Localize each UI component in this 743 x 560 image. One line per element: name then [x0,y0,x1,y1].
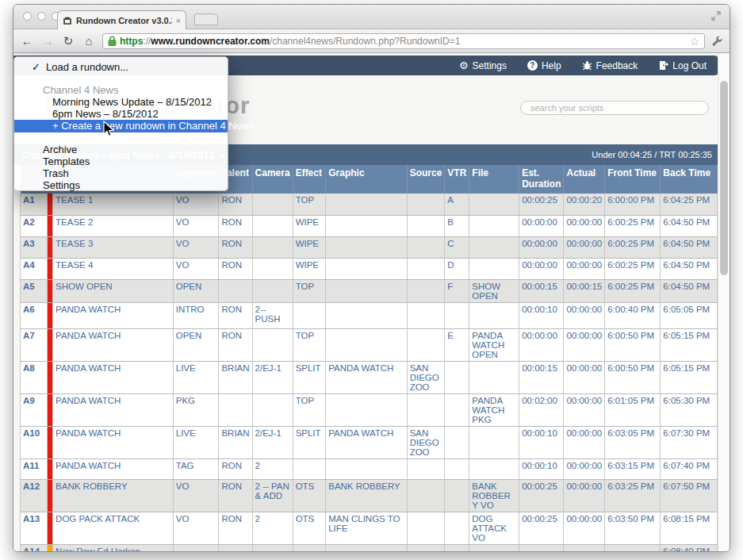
c-seg-cell[interactable]: LIVE [173,426,219,458]
c-front-cell[interactable]: 6:00:25 PM [605,236,661,258]
c-slug-cell[interactable]: PANDA WATCH [53,328,174,361]
c-back-cell[interactable]: 6:05:15 PM [661,361,718,393]
c-est-cell[interactable]: 00:00:25 [519,479,564,512]
c-seg-cell[interactable]: VO [173,194,219,215]
c-front-cell[interactable]: 6:00:40 PM [605,302,661,328]
forward-icon[interactable]: → [40,34,55,48]
c-vtr-cell[interactable]: D [445,258,469,279]
c-seg-cell[interactable]: VO [173,479,219,512]
c-graphic-cell[interactable] [326,258,407,279]
c-graphic-cell[interactable] [326,458,407,479]
c-source-cell[interactable] [407,479,445,512]
c-effect-cell[interactable]: SPLIT [293,426,326,458]
table-row[interactable]: A7PANDA WATCHOPENRONTOPEPANDA WATCH OPEN… [21,328,718,361]
page-number-cell[interactable]: A12 [21,479,48,512]
c-vtr-cell[interactable] [445,361,469,393]
column-header-11[interactable]: Est. Duration [519,165,564,194]
c-est-cell[interactable]: 00:00:25 [519,512,564,544]
c-talent-cell[interactable] [219,393,252,426]
c-slug-cell[interactable]: New Row Ed Harken [53,544,174,552]
scrollbar-track[interactable] [718,53,730,551]
c-camera-cell[interactable] [252,328,293,361]
column-header-14[interactable]: Back Time [661,165,718,194]
c-actual-cell[interactable]: 00:00:00 [564,458,605,479]
c-seg-cell[interactable]: OPEN [173,279,219,302]
c-talent-cell[interactable]: RON [219,328,252,361]
c-graphic-cell[interactable] [326,236,407,258]
table-row[interactable]: A2TEASE 2VORONWIPEB00:00:0000:00:006:00:… [21,215,718,236]
c-vtr-cell[interactable]: E [445,328,469,361]
c-actual-cell[interactable]: 00:00:00 [564,512,605,544]
c-actual-cell[interactable]: 00:00:00 [564,258,605,279]
c-camera-cell[interactable]: 2/EJ-1 [252,426,293,458]
c-est-cell[interactable]: 00:00:25 [519,194,564,215]
dropdown-item-create-new-rundown[interactable]: + Create a new rundown in Channel 4 News [14,120,228,132]
c-vtr-cell[interactable] [445,544,469,552]
c-vtr-cell[interactable] [445,479,469,512]
c-graphic-cell[interactable]: BANK ROBBERY [326,479,407,512]
c-actual-cell[interactable]: 00:00:00 [564,479,605,512]
c-graphic-cell[interactable]: PANDA WATCH [326,361,407,393]
c-actual-cell[interactable]: 00:00:00 [564,426,605,458]
help-nav-button[interactable]: ? Help [527,60,561,71]
c-back-cell[interactable]: 6:04:50 PM [661,279,718,302]
c-source-cell[interactable] [407,328,445,361]
page-number-cell[interactable]: A1 [21,194,48,215]
c-file-cell[interactable] [469,426,519,458]
c-actual-cell[interactable]: 00:00:20 [564,194,605,215]
c-front-cell[interactable]: 6:03:50 PM [605,512,661,544]
c-file-cell[interactable]: PANDA WATCH PKG [469,393,519,426]
column-header-7[interactable]: Graphic [326,165,407,194]
c-slug-cell[interactable]: PANDA WATCH [53,393,174,426]
c-actual-cell[interactable]: 00:00:15 [564,279,605,302]
column-header-12[interactable]: Actual [564,165,605,194]
c-talent-cell[interactable]: BRIAN [219,361,252,393]
home-icon[interactable]: ⌂ [82,34,96,48]
c-camera-cell[interactable]: 2-- PUSH [252,302,293,328]
c-camera-cell[interactable] [252,236,293,258]
c-slug-cell[interactable]: SHOW OPEN [53,279,174,302]
c-file-cell[interactable] [469,258,519,279]
table-row[interactable]: A4TEASE 4VORONWIPED00:00:0000:00:006:00:… [21,258,718,279]
c-est-cell[interactable]: 00:00:10 [519,426,564,458]
c-effect-cell[interactable] [293,544,326,552]
c-actual-cell[interactable]: 00:00:00 [564,361,605,393]
c-slug-cell[interactable]: PANDA WATCH [53,302,174,328]
c-effect-cell[interactable]: TOP [293,393,326,426]
c-file-cell[interactable]: BANK ROBBERY VO [469,479,519,512]
c-camera-cell[interactable]: 2 [252,512,293,544]
page-number-cell[interactable]: A7 [21,328,48,361]
c-front-cell[interactable]: 6:03:15 PM [605,458,661,479]
table-row[interactable]: A12BANK ROBBERYVORON2 -- PAN & ADDOTSBAN… [21,479,718,512]
c-front-cell[interactable]: 6:03:25 PM [605,479,661,512]
wrench-menu-icon[interactable] [711,35,723,47]
scrollbar-thumb[interactable] [720,81,728,275]
c-back-cell[interactable]: 6:08:15 PM [661,512,718,544]
c-talent-cell[interactable] [219,544,252,552]
c-slug-cell[interactable]: TEASE 1 [53,194,174,215]
page-number-cell[interactable]: A13 [21,512,48,544]
feedback-nav-button[interactable]: Feedback [582,60,638,71]
table-row[interactable]: A9PANDA WATCHPKGTOPPANDA WATCH PKG00:02:… [21,393,718,426]
column-header-8[interactable]: Source [407,165,445,194]
c-source-cell[interactable]: SAN DIEGO ZOO [407,426,445,458]
c-est-cell[interactable]: 00:02:00 [519,393,564,426]
c-back-cell[interactable]: 6:07:50 PM [661,479,718,512]
c-effect-cell[interactable]: TOP [293,328,326,361]
c-slug-cell[interactable]: PANDA WATCH [53,361,174,393]
c-graphic-cell[interactable] [326,393,407,426]
dropdown-item-settings[interactable]: Settings [14,179,228,191]
c-vtr-cell[interactable]: A [445,194,469,215]
c-source-cell[interactable] [407,393,445,426]
c-source-cell[interactable] [407,302,445,328]
table-row[interactable]: A3TEASE 3VORONWIPEC00:00:0000:00:006:00:… [21,236,718,258]
c-front-cell[interactable]: 6:01:05 PM [605,393,661,426]
table-row[interactable]: A6PANDA WATCHINTRORON2-- PUSH00:00:1000:… [21,302,718,328]
c-graphic-cell[interactable] [326,215,407,236]
c-seg-cell[interactable]: PKG [173,393,219,426]
c-front-cell[interactable]: 6:00:00 PM [605,194,661,215]
c-graphic-cell[interactable]: MAN CLINGS TO LIFE [326,512,407,544]
c-actual-cell[interactable]: 00:00:00 [564,328,605,361]
c-slug-cell[interactable]: DOG PACK ATTACK [53,512,174,544]
c-effect-cell[interactable]: WIPE [293,236,326,258]
